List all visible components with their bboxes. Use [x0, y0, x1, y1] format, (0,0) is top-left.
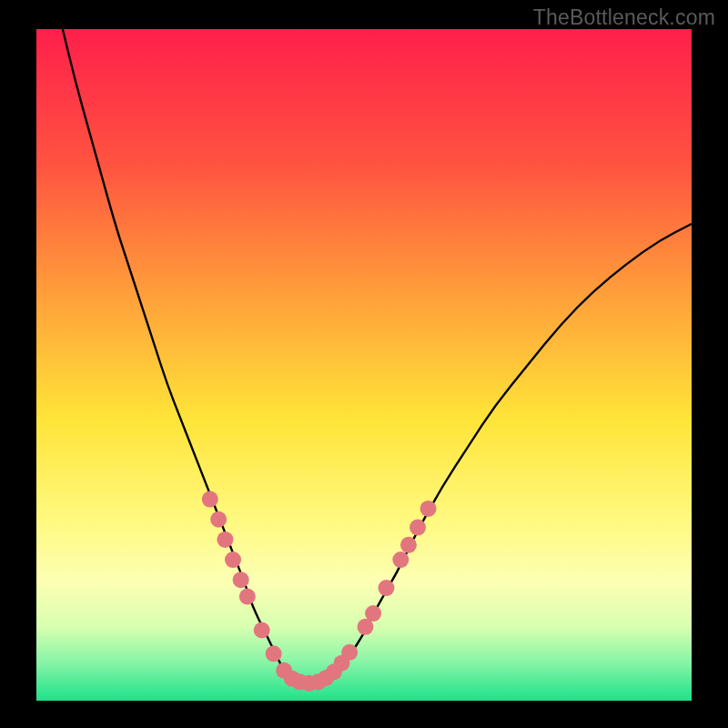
curve-bead	[266, 645, 282, 662]
curve-bead	[420, 500, 437, 517]
curve-bead	[254, 622, 270, 639]
curve-bead	[392, 551, 409, 568]
curve-bead	[410, 520, 426, 536]
curve-bead	[400, 537, 417, 553]
plot-background-gradient	[36, 29, 692, 701]
curve-bead	[233, 571, 249, 588]
curve-bead	[239, 589, 256, 605]
curve-bead	[225, 551, 241, 568]
curve-bead	[341, 644, 358, 661]
watermark-text: TheBottleneck.com	[533, 5, 715, 30]
bottleneck-plot	[0, 0, 728, 728]
curve-bead	[202, 491, 218, 508]
curve-bead	[217, 531, 233, 548]
chart-stage: TheBottleneck.com	[0, 0, 728, 728]
curve-bead	[378, 580, 394, 596]
curve-bead	[210, 511, 227, 528]
curve-bead	[365, 605, 381, 622]
